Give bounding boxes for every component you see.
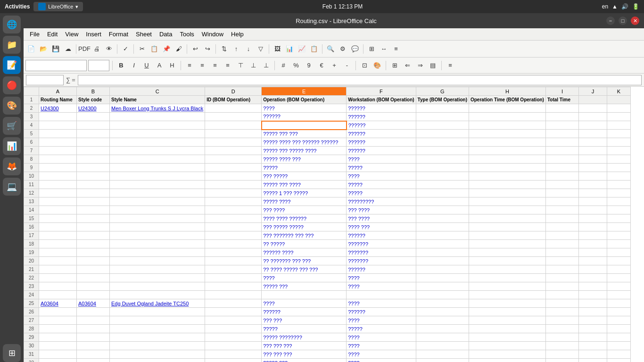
- cell-F-19[interactable]: ???????: [347, 248, 416, 257]
- cell-A-12[interactable]: [39, 189, 77, 197]
- cell-K-28[interactable]: [607, 325, 630, 333]
- cell-C-15[interactable]: [110, 214, 205, 223]
- cell-A-14[interactable]: [39, 206, 77, 214]
- cell-F-5[interactable]: ??????: [347, 130, 416, 138]
- cell-K-11[interactable]: [607, 181, 630, 189]
- cell-G-28[interactable]: Manual: [416, 325, 469, 333]
- cell-G-30[interactable]: Machine: [416, 342, 469, 350]
- header-cell-G[interactable]: Type (BOM Operation): [416, 96, 469, 104]
- font-color-button[interactable]: A: [154, 60, 165, 71]
- col-header-G[interactable]: G: [416, 87, 469, 96]
- cell-A-17[interactable]: [39, 231, 77, 240]
- cell-B-23[interactable]: [77, 282, 110, 291]
- sidebar-icon-grid[interactable]: ⊞: [3, 344, 21, 362]
- cell-J-4[interactable]: [578, 121, 607, 130]
- cell-F-16[interactable]: ???? ???: [347, 223, 416, 231]
- underline-button[interactable]: U: [141, 60, 152, 71]
- cell-E-4[interactable]: [262, 121, 347, 130]
- cell-E-9[interactable]: ?????: [262, 164, 347, 172]
- cell-A-19[interactable]: [39, 248, 77, 257]
- merge-center-btn[interactable]: ⊞: [389, 60, 400, 71]
- cell-I-10[interactable]: 0.85: [545, 172, 578, 181]
- cell-E-28[interactable]: ?????: [262, 325, 347, 333]
- cell-F-6[interactable]: ??????: [347, 138, 416, 147]
- cell-D-20[interactable]: [205, 257, 262, 265]
- open-button[interactable]: 📂: [38, 43, 49, 55]
- cell-G-7[interactable]: Machine: [416, 147, 469, 155]
- insert-currency-btn[interactable]: €: [316, 60, 327, 71]
- cell-I-3[interactable]: 0: [545, 113, 578, 121]
- cell-D-26[interactable]: [205, 308, 262, 316]
- cell-I-17[interactable]: 0.25: [545, 231, 578, 240]
- cell-E-17[interactable]: ??? ??????? ??? ???: [262, 231, 347, 240]
- cell-D-10[interactable]: [205, 172, 262, 181]
- cell-K-6[interactable]: [607, 138, 630, 147]
- redo-button[interactable]: ↪: [202, 43, 213, 55]
- sidebar-icon-chrome[interactable]: 🌐: [3, 16, 21, 33]
- cell-D-22[interactable]: [205, 274, 262, 282]
- cell-C-9[interactable]: [110, 164, 205, 172]
- cell-G-22[interactable]: Machine: [416, 274, 469, 282]
- col-header-K[interactable]: K: [607, 87, 630, 96]
- cell-F-10[interactable]: ????: [347, 172, 416, 181]
- cell-C-10[interactable]: [110, 172, 205, 181]
- cell-K-22[interactable]: [607, 274, 630, 282]
- spellcheck-button[interactable]: ✓: [120, 43, 131, 55]
- menu-data[interactable]: Data: [156, 29, 176, 39]
- cell-C-29[interactable]: [110, 333, 205, 342]
- cell-D-23[interactable]: [205, 282, 262, 291]
- cell-J-20[interactable]: [578, 257, 607, 265]
- cell-F-3[interactable]: ??????: [347, 113, 416, 121]
- cell-K-18[interactable]: [607, 240, 630, 248]
- cell-A-2[interactable]: U24300: [39, 104, 77, 113]
- copy-button[interactable]: 📋: [149, 43, 160, 55]
- cell-G-4[interactable]: Machine: [416, 121, 469, 130]
- cell-E-21[interactable]: ?? ???? ????? ??? ???: [262, 265, 347, 274]
- cell-E-25[interactable]: ????: [262, 299, 347, 308]
- cell-E-7[interactable]: ????? ??? ????? ????: [262, 147, 347, 155]
- cell-C-3[interactable]: [110, 113, 205, 121]
- cell-A-28[interactable]: [39, 325, 77, 333]
- cell-F-25[interactable]: ????: [347, 299, 416, 308]
- cell-B-21[interactable]: [77, 265, 110, 274]
- cell-F-30[interactable]: ????: [347, 342, 416, 350]
- cell-E-16[interactable]: ??? ????? ?????: [262, 223, 347, 231]
- col-header-A[interactable]: A: [39, 87, 77, 96]
- cell-J-8[interactable]: [578, 155, 607, 164]
- function-wizard-icon[interactable]: ∑: [66, 76, 70, 83]
- cell-A-3[interactable]: [39, 113, 77, 121]
- cell-E-32[interactable]: ????? ???: [262, 359, 347, 362]
- cell-D-27[interactable]: [205, 316, 262, 325]
- sidebar-icon-libreoffice[interactable]: 📝: [3, 56, 21, 74]
- cell-D-3[interactable]: [205, 113, 262, 121]
- cell-A-16[interactable]: [39, 223, 77, 231]
- cell-K-31[interactable]: [607, 350, 630, 359]
- cell-H-6[interactable]: [469, 138, 545, 147]
- cell-B-11[interactable]: [77, 181, 110, 189]
- cell-reference-box[interactable]: E4: [26, 75, 64, 85]
- border-button[interactable]: ⊞: [366, 43, 377, 55]
- header-cell-J[interactable]: [578, 96, 607, 104]
- cell-A-31[interactable]: [39, 350, 77, 359]
- cell-H-15[interactable]: [469, 214, 545, 223]
- sort-asc-button[interactable]: ↑: [231, 43, 242, 55]
- cell-A-18[interactable]: [39, 240, 77, 248]
- formula-input[interactable]: ??????? ???: [78, 75, 642, 85]
- cell-H-20[interactable]: [469, 257, 545, 265]
- cell-J-19[interactable]: [578, 248, 607, 257]
- cell-I-20[interactable]: 0.15: [545, 257, 578, 265]
- cell-G-25[interactable]: Manual: [416, 299, 469, 308]
- cell-G-29[interactable]: Manual: [416, 333, 469, 342]
- cell-A-5[interactable]: [39, 130, 77, 138]
- sheet-grid[interactable]: A B C D E F G H I J K 1Routing NameStyle…: [24, 87, 644, 362]
- cell-E-20[interactable]: ?? ??????? ??? ???: [262, 257, 347, 265]
- cell-B-29[interactable]: [77, 333, 110, 342]
- cell-E-11[interactable]: ????? ??? ????: [262, 181, 347, 189]
- insert-image-button[interactable]: 🖼: [272, 43, 283, 55]
- cell-J-9[interactable]: [578, 164, 607, 172]
- cell-C-8[interactable]: [110, 155, 205, 164]
- cell-E-14[interactable]: ??? ????: [262, 206, 347, 214]
- cell-B-27[interactable]: [77, 316, 110, 325]
- cell-K-21[interactable]: [607, 265, 630, 274]
- cell-H-30[interactable]: [469, 342, 545, 350]
